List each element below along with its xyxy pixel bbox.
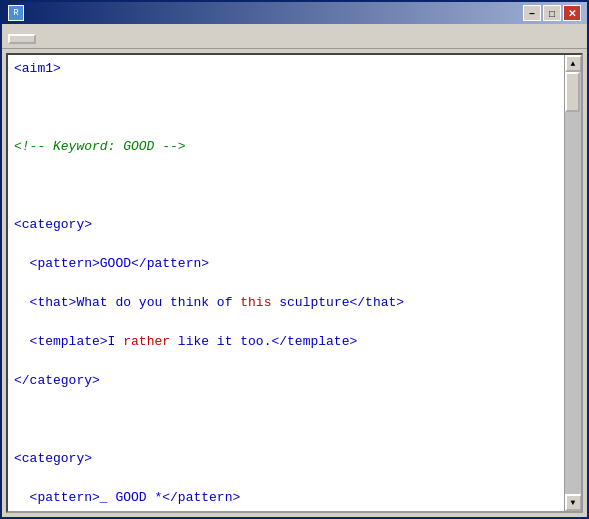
scroll-down-button[interactable]: ▼ xyxy=(565,494,582,511)
list-item: </category> xyxy=(14,371,558,391)
scroll-track xyxy=(565,72,581,494)
scroll-up-button[interactable]: ▲ xyxy=(565,55,582,72)
code-display: <aim1> <!-- Keyword: GOOD --> <category>… xyxy=(8,55,564,511)
maximize-button[interactable]: □ xyxy=(543,5,561,21)
list-item: <aim1> xyxy=(14,59,558,79)
list-item: <category> xyxy=(14,215,558,235)
list-item: <template>I rather like it too.</templat… xyxy=(14,332,558,352)
title-bar: R – □ ✕ xyxy=(2,2,587,24)
main-window: R – □ ✕ <aim1> <!-- Keyword: GOOD --> <c… xyxy=(0,0,589,519)
toolbar xyxy=(2,24,587,49)
scroll-thumb[interactable] xyxy=(565,72,580,112)
open-file-button[interactable] xyxy=(8,34,36,44)
title-bar-left: R xyxy=(8,5,28,21)
list-item: <pattern>_ GOOD *</pattern> xyxy=(14,488,558,508)
list-item xyxy=(14,176,558,196)
scrollbar: ▲ ▼ xyxy=(564,55,581,511)
title-buttons: – □ ✕ xyxy=(523,5,581,21)
content-area: <aim1> <!-- Keyword: GOOD --> <category>… xyxy=(6,53,583,513)
window-icon: R xyxy=(8,5,24,21)
list-item xyxy=(14,98,558,118)
list-item: <!-- Keyword: GOOD --> xyxy=(14,137,558,157)
list-item: <that>What do you think of this sculptur… xyxy=(14,293,558,313)
close-button[interactable]: ✕ xyxy=(563,5,581,21)
minimize-button[interactable]: – xyxy=(523,5,541,21)
list-item: <category> xyxy=(14,449,558,469)
list-item: <pattern>GOOD</pattern> xyxy=(14,254,558,274)
list-item xyxy=(14,410,558,430)
